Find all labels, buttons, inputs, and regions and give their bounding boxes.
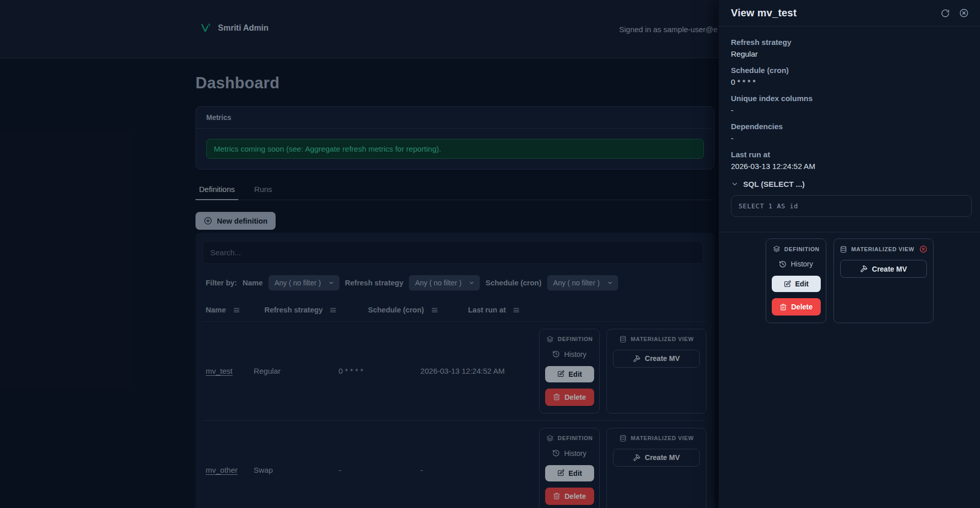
field-label-refresh-strategy: Refresh strategy [731, 38, 972, 46]
mv-missing-x-icon [919, 245, 927, 253]
view-definition-drawer: View mv_test Refresh strategy Regular Sc… [719, 0, 980, 508]
history-button[interactable]: History [779, 260, 813, 268]
history-label: History [791, 260, 813, 268]
drawer-body: Refresh strategy Regular Schedule (cron)… [719, 27, 980, 217]
close-drawer-button[interactable] [959, 8, 969, 18]
field-value-unique-index-columns: - [731, 106, 972, 114]
definition-actions-card: DEFINITION History Edit Delete [766, 238, 826, 323]
sql-code: SELECT 1 AS id [739, 202, 798, 210]
field-label-last-run-at: Last run at [731, 150, 972, 159]
history-icon [779, 260, 787, 268]
materialized-view-card-title: MATERIALIZED VIEW [851, 246, 914, 252]
sql-section-title: SQL (SELECT ...) [743, 180, 805, 188]
field-value-schedule: 0 * * * * [731, 78, 972, 86]
layers-icon [773, 245, 780, 253]
close-icon [959, 8, 969, 18]
field-label-schedule: Schedule (cron) [731, 66, 972, 75]
chevron-down-icon [731, 180, 739, 188]
trash-icon [779, 303, 787, 311]
create-mv-label: Create MV [872, 265, 906, 273]
drawer-actions: DEFINITION History Edit Delete MATERIALI… [719, 232, 980, 323]
create-mv-button[interactable]: Create MV [840, 260, 927, 278]
edit-icon [783, 280, 791, 288]
database-icon [840, 246, 847, 253]
refresh-icon [941, 9, 950, 18]
field-value-last-run-at: 2026-03-13 12:24:52 AM [731, 162, 972, 171]
delete-button[interactable]: Delete [772, 298, 821, 316]
edit-label: Edit [795, 280, 808, 288]
edit-button[interactable]: Edit [772, 276, 821, 292]
refresh-button[interactable] [941, 9, 950, 18]
sql-code-box: SELECT 1 AS id [731, 195, 972, 217]
field-value-dependencies: - [731, 134, 972, 142]
drawer-header: View mv_test [719, 0, 980, 27]
field-label-dependencies: Dependencies [731, 122, 972, 131]
field-label-unique-index-columns: Unique index columns [731, 94, 972, 103]
definition-card-title: DEFINITION [785, 246, 820, 252]
hammer-icon [860, 265, 868, 273]
materialized-view-actions-card: MATERIALIZED VIEW Create MV [834, 238, 934, 323]
delete-label: Delete [791, 303, 813, 311]
field-value-refresh-strategy: Regular [731, 50, 972, 58]
sql-section-toggle[interactable]: SQL (SELECT ...) [731, 180, 972, 188]
drawer-title: View mv_test [731, 7, 797, 19]
